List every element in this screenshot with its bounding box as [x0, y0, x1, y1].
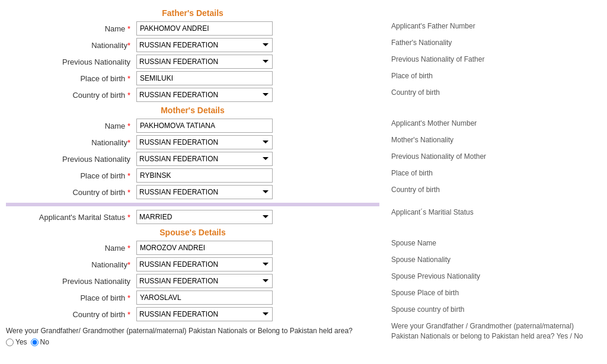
grandfather-question-area: Were your Grandfather/ Grandmother (pate…	[6, 324, 379, 349]
right-spacer-title	[391, 5, 601, 19]
father-nationality-select[interactable]: RUSSIAN FEDERATION	[136, 38, 273, 52]
right-spouse-name: Spouse Name	[391, 236, 601, 250]
right-spouse-country-birth: Spouse country of birth	[391, 302, 601, 317]
mother-prev-nationality-row: Previous Nationality RUSSIAN FEDERATION	[6, 152, 379, 166]
spouse-nationality-label: Nationality*	[6, 260, 136, 269]
marital-status-select[interactable]: MARRIED	[136, 210, 273, 224]
grandfather-radio-group: Yes No	[6, 337, 49, 347]
mother-country-birth-label: Country of birth *	[6, 188, 136, 197]
father-name-input[interactable]	[136, 21, 273, 36]
right-mother-country-birth: Country of birth	[391, 183, 601, 197]
mother-prev-nationality-label: Previous Nationality	[6, 155, 136, 164]
father-country-birth-row: Country of birth * RUSSIAN FEDERATION	[6, 88, 379, 102]
left-panel: Father's Details Name * Nationality* RUS…	[0, 0, 385, 353]
father-nationality-row: Nationality* RUSSIAN FEDERATION	[6, 38, 379, 52]
fathers-section-title: Father's Details	[6, 8, 379, 18]
spouse-name-label: Name *	[6, 244, 136, 253]
spouse-name-row: Name *	[6, 241, 379, 255]
grandfather-yes-label[interactable]: Yes	[6, 337, 27, 347]
father-name-label: Name *	[6, 24, 136, 33]
right-marital-status: Applicant´s Maritial Status	[391, 205, 601, 219]
right-spouse-nationality: Spouse Nationality	[391, 253, 601, 267]
spouse-nationality-row: Nationality* RUSSIAN FEDERATION	[6, 257, 379, 272]
father-nationality-label: Nationality*	[6, 41, 136, 50]
mother-name-label: Name *	[6, 122, 136, 130]
main-content: Father's Details Name * Nationality* RUS…	[0, 0, 607, 353]
mother-nationality-select[interactable]: RUSSIAN FEDERATION	[136, 135, 273, 149]
spouse-place-birth-input[interactable]	[136, 290, 273, 305]
mother-name-input[interactable]	[136, 119, 273, 133]
mother-nationality-row: Nationality* RUSSIAN FEDERATION	[6, 135, 379, 149]
father-country-birth-label: Country of birth *	[6, 91, 136, 100]
right-mother-prev-nationality: Previous Nationality of Mother	[391, 149, 601, 164]
father-place-birth-label: Place of birth *	[6, 74, 136, 83]
spouse-place-birth-label: Place of birth *	[6, 293, 136, 302]
marital-status-row: Applicant's Marital Status * MARRIED	[6, 210, 379, 224]
father-place-birth-input[interactable]	[136, 71, 273, 85]
grandfather-yes-radio[interactable]	[6, 339, 14, 346]
mothers-section-title: Mother's Details	[6, 106, 379, 115]
father-place-birth-row: Place of birth *	[6, 71, 379, 85]
father-name-row: Name *	[6, 21, 379, 36]
mother-prev-nationality-select[interactable]: RUSSIAN FEDERATION	[136, 152, 273, 166]
mother-nationality-label: Nationality*	[6, 138, 136, 147]
right-grandfather-label: Were your Grandfather / Grandmother (pat…	[391, 319, 601, 341]
right-father-prev-nationality: Previous Nationality of Father	[391, 52, 601, 66]
right-mother-nationality: Mother's Nationality	[391, 133, 601, 147]
mother-place-birth-input[interactable]	[136, 168, 273, 183]
right-spouse-place-birth: Spouse Place of birth	[391, 286, 601, 300]
section-divider	[6, 203, 379, 206]
right-spouse-prev-nationality: Spouse Previous Nationality	[391, 269, 601, 283]
right-mother-place-birth: Place of birth	[391, 166, 601, 180]
father-prev-nationality-row: Previous Nationality RUSSIAN FEDERATION	[6, 55, 379, 69]
right-father-number: Applicant's Father Number	[391, 19, 601, 33]
marital-status-label: Applicant's Marital Status *	[6, 213, 136, 222]
mother-country-birth-row: Country of birth * RUSSIAN FEDERATION	[6, 185, 379, 199]
grandfather-no-radio[interactable]	[31, 339, 39, 346]
right-father-country-birth: Country of birth	[391, 85, 601, 100]
right-spacer-spouse-title	[391, 222, 601, 236]
spouse-prev-nationality-label: Previous Nationality	[6, 277, 136, 286]
father-country-birth-select[interactable]: RUSSIAN FEDERATION	[136, 88, 273, 102]
spouse-country-birth-label: Country of birth *	[6, 310, 136, 319]
mother-place-birth-label: Place of birth *	[6, 171, 136, 180]
right-father-place-birth: Place of birth	[391, 69, 601, 83]
spouse-country-birth-select[interactable]: RUSSIAN FEDERATION	[136, 307, 273, 321]
spouses-section-title: Spouse's Details	[6, 228, 379, 237]
spouse-country-birth-row: Country of birth * RUSSIAN FEDERATION	[6, 307, 379, 321]
right-spacer-mother-title	[391, 102, 601, 116]
right-divider-space	[391, 199, 601, 205]
page-container: Father's Details Name * Nationality* RUS…	[0, 0, 607, 364]
mother-name-row: Name *	[6, 119, 379, 133]
spouse-place-birth-row: Place of birth *	[6, 290, 379, 305]
right-father-nationality: Father's Nationality	[391, 36, 601, 50]
spouse-nationality-select[interactable]: RUSSIAN FEDERATION	[136, 257, 273, 272]
right-mother-number: Applicant's Mother Number	[391, 116, 601, 130]
spouse-name-input[interactable]	[136, 241, 273, 255]
mother-country-birth-select[interactable]: RUSSIAN FEDERATION	[136, 185, 273, 199]
grandfather-no-label[interactable]: No	[31, 337, 49, 347]
father-prev-nationality-select[interactable]: RUSSIAN FEDERATION	[136, 55, 273, 69]
mother-place-birth-row: Place of birth *	[6, 168, 379, 183]
father-prev-nationality-label: Previous Nationality	[6, 58, 136, 66]
spouse-prev-nationality-select[interactable]: RUSSIAN FEDERATION	[136, 274, 273, 288]
spouse-prev-nationality-row: Previous Nationality RUSSIAN FEDERATION	[6, 274, 379, 288]
right-panel: Applicant's Father Number Father's Natio…	[385, 0, 607, 353]
